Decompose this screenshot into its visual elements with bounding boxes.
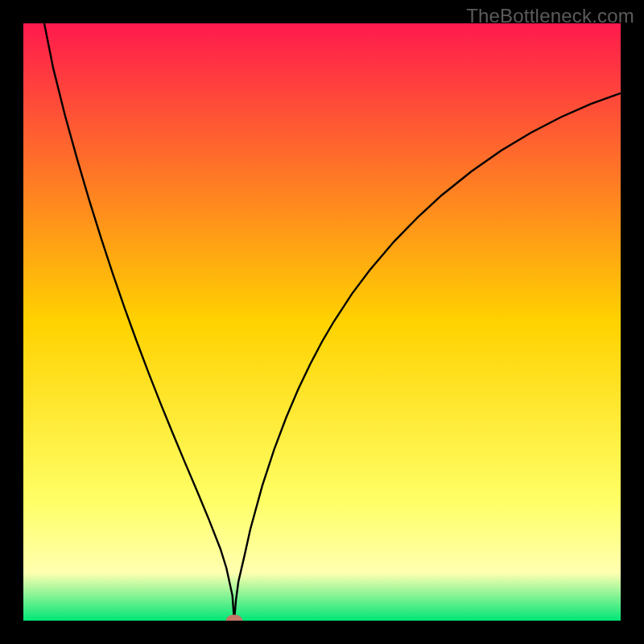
watermark-text: TheBottleneck.com	[466, 5, 634, 27]
chart-background	[23, 23, 621, 621]
chart-frame: TheBottleneck.com	[0, 0, 644, 644]
chart-plot	[23, 23, 621, 621]
